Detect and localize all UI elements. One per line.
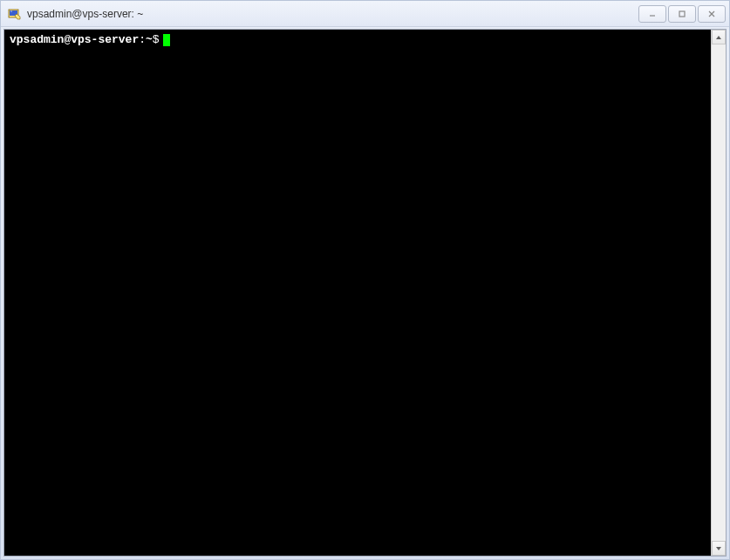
- close-button[interactable]: [698, 5, 726, 23]
- prompt-separator: :: [139, 33, 146, 47]
- terminal-cursor: [163, 34, 170, 46]
- terminal-container: vpsadmin@vps-server:~$: [3, 29, 727, 557]
- vertical-scrollbar[interactable]: [711, 30, 726, 556]
- svg-rect-4: [679, 11, 685, 17]
- putty-window: vpsadmin@vps-server: ~ vpsadmin@vps-serv…: [1, 1, 729, 559]
- prompt-path: ~: [146, 33, 153, 47]
- prompt-user-host: vpsadmin@vps-server: [10, 33, 139, 47]
- scroll-down-button[interactable]: [712, 541, 726, 556]
- window-title: vpsadmin@vps-server: ~: [27, 8, 637, 20]
- maximize-button[interactable]: [668, 5, 696, 23]
- window-controls: [637, 5, 726, 23]
- terminal[interactable]: vpsadmin@vps-server:~$: [4, 30, 711, 556]
- titlebar[interactable]: vpsadmin@vps-server: ~: [1, 1, 729, 27]
- prompt-line: vpsadmin@vps-server:~$: [10, 33, 706, 47]
- prompt-symbol: $: [153, 33, 160, 47]
- scroll-up-button[interactable]: [712, 30, 726, 44]
- minimize-button[interactable]: [638, 5, 666, 23]
- putty-icon: [8, 7, 22, 21]
- scroll-track[interactable]: [712, 44, 726, 541]
